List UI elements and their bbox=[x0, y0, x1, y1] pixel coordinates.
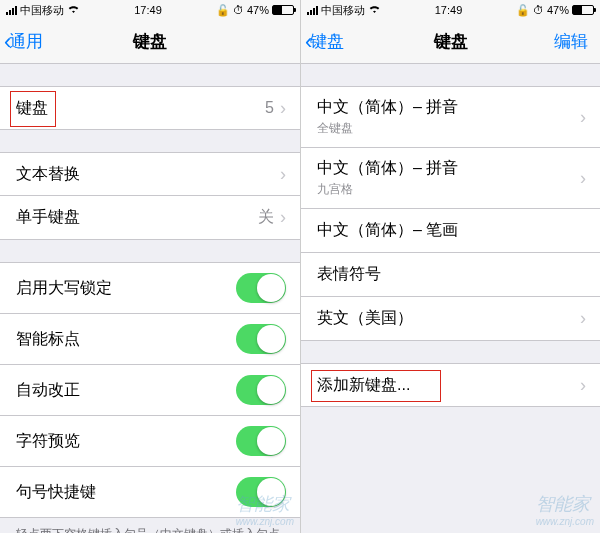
cell-label: 键盘 bbox=[16, 98, 48, 119]
add-keyboard-row[interactable]: 添加新键盘... › bbox=[301, 363, 600, 407]
text-replacement-row[interactable]: 文本替换 › bbox=[0, 152, 300, 196]
period-shortcut-row: 句号快捷键 bbox=[0, 467, 300, 518]
keyboard-item[interactable]: 中文（简体）– 拼音 九宫格 › bbox=[301, 148, 600, 209]
nav-bar: ‹ 通用 键盘 bbox=[0, 20, 300, 64]
cell-label: 自动改正 bbox=[16, 380, 80, 401]
battery-icon bbox=[272, 5, 294, 15]
alarm-icon: ⏱ bbox=[533, 4, 544, 16]
clock: 17:49 bbox=[134, 4, 162, 16]
chevron-right-icon: › bbox=[580, 107, 586, 128]
cell-label: 句号快捷键 bbox=[16, 482, 96, 503]
cell-sublabel: 全键盘 bbox=[317, 120, 458, 137]
signal-icon bbox=[6, 5, 17, 15]
carrier-label: 中国移动 bbox=[321, 3, 365, 18]
back-button[interactable]: ‹ 通用 bbox=[4, 29, 43, 55]
cell-label: 单手键盘 bbox=[16, 207, 80, 228]
status-bar: 中国移动 17:49 🔓 ⏱ 47% bbox=[301, 0, 600, 20]
caps-lock-row: 启用大写锁定 bbox=[0, 262, 300, 314]
char-preview-toggle[interactable] bbox=[236, 426, 286, 456]
cell-label: 智能标点 bbox=[16, 329, 80, 350]
cell-value: 5 bbox=[265, 99, 274, 117]
chevron-right-icon: › bbox=[280, 98, 286, 119]
page-title: 键盘 bbox=[133, 30, 167, 53]
nav-bar: ‹ 键盘 键盘 编辑 bbox=[301, 20, 600, 64]
back-button[interactable]: ‹ 键盘 bbox=[305, 29, 344, 55]
keyboards-row[interactable]: 键盘 5 › bbox=[0, 86, 300, 130]
auto-correct-row: 自动改正 bbox=[0, 365, 300, 416]
lock-icon: 🔓 bbox=[516, 4, 530, 17]
footer-note: 轻点两下空格键插入句号（中文键盘）或插入句点与空格（其他键盘） bbox=[0, 518, 300, 533]
chevron-right-icon: › bbox=[280, 207, 286, 228]
carrier-label: 中国移动 bbox=[20, 3, 64, 18]
cell-label: 文本替换 bbox=[16, 164, 80, 185]
auto-correct-toggle[interactable] bbox=[236, 375, 286, 405]
smart-punct-toggle[interactable] bbox=[236, 324, 286, 354]
cell-sublabel: 九宫格 bbox=[317, 181, 458, 198]
cell-label: 中文（简体）– 拼音 bbox=[317, 97, 458, 118]
caps-lock-toggle[interactable] bbox=[236, 273, 286, 303]
chevron-right-icon: › bbox=[580, 375, 586, 396]
cell-label: 添加新键盘... bbox=[317, 375, 410, 396]
char-preview-row: 字符预览 bbox=[0, 416, 300, 467]
clock: 17:49 bbox=[435, 4, 463, 16]
watermark: 智能家www.znj.com bbox=[536, 492, 594, 527]
keyboard-item[interactable]: 中文（简体）– 笔画 bbox=[301, 209, 600, 253]
cell-label: 中文（简体）– 笔画 bbox=[317, 220, 458, 241]
smart-punct-row: 智能标点 bbox=[0, 314, 300, 365]
cell-label: 表情符号 bbox=[317, 264, 381, 285]
chevron-right-icon: › bbox=[280, 164, 286, 185]
battery-pct: 47% bbox=[547, 4, 569, 16]
left-screenshot: 中国移动 17:49 🔓 ⏱ 47% ‹ 通用 键盘 键盘 5 › bbox=[0, 0, 300, 533]
battery-icon bbox=[572, 5, 594, 15]
back-label: 通用 bbox=[9, 30, 43, 53]
status-bar: 中国移动 17:49 🔓 ⏱ 47% bbox=[0, 0, 300, 20]
wifi-icon bbox=[67, 3, 80, 17]
wifi-icon bbox=[368, 3, 381, 17]
period-shortcut-toggle[interactable] bbox=[236, 477, 286, 507]
right-screenshot: 中国移动 17:49 🔓 ⏱ 47% ‹ 键盘 键盘 编辑 中文（简体）– 拼音… bbox=[300, 0, 600, 533]
battery-pct: 47% bbox=[247, 4, 269, 16]
signal-icon bbox=[307, 5, 318, 15]
keyboard-item[interactable]: 表情符号 bbox=[301, 253, 600, 297]
lock-icon: 🔓 bbox=[216, 4, 230, 17]
cell-label: 启用大写锁定 bbox=[16, 278, 112, 299]
cell-label: 中文（简体）– 拼音 bbox=[317, 158, 458, 179]
chevron-right-icon: › bbox=[580, 168, 586, 189]
back-label: 键盘 bbox=[310, 30, 344, 53]
chevron-right-icon: › bbox=[580, 308, 586, 329]
alarm-icon: ⏱ bbox=[233, 4, 244, 16]
cell-label: 字符预览 bbox=[16, 431, 80, 452]
one-hand-keyboard-row[interactable]: 单手键盘 关 › bbox=[0, 196, 300, 240]
cell-value: 关 bbox=[258, 207, 274, 228]
edit-button[interactable]: 编辑 bbox=[554, 30, 588, 53]
keyboard-item[interactable]: 中文（简体）– 拼音 全键盘 › bbox=[301, 86, 600, 148]
page-title: 键盘 bbox=[434, 30, 468, 53]
keyboard-item[interactable]: 英文（美国） › bbox=[301, 297, 600, 341]
cell-label: 英文（美国） bbox=[317, 308, 413, 329]
